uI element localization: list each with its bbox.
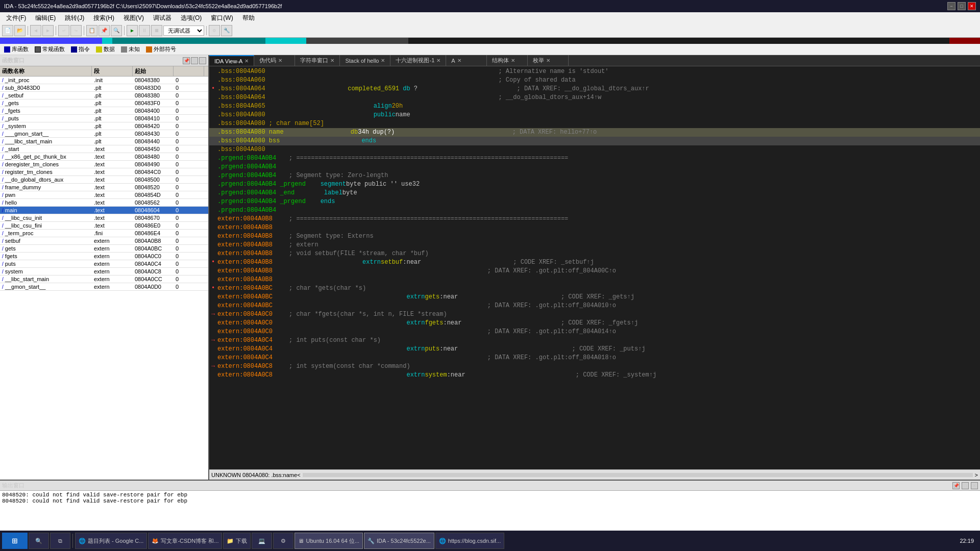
scroll-arrow-right[interactable]: > <box>975 472 978 478</box>
taskbar-item-vs[interactable]: ⚙ <box>273 533 293 549</box>
tab-hexview-close[interactable]: ✕ <box>436 58 440 63</box>
taskbar-item-google[interactable]: 🌐 题目列表 - Google C... <box>75 533 147 549</box>
tb-copy[interactable]: 📋 <box>86 25 97 36</box>
nav-segment-3[interactable] <box>112 38 265 44</box>
taskbar-item-ubuntu[interactable]: 🖥 Ubuntu 16.04 64 位... <box>295 533 363 549</box>
tab-stack-close[interactable]: ✕ <box>381 58 385 63</box>
taskbar-item-ida[interactable]: 🔧 IDA - 53c24fc5522e... <box>364 533 434 549</box>
menu-file[interactable]: 文件(F) <box>2 13 30 23</box>
function-row[interactable]: / register_tm_clones .text 080484C0 0 <box>0 168 208 176</box>
tb-pause[interactable]: ⏸ <box>139 25 150 36</box>
nav-segment-1[interactable] <box>0 38 102 44</box>
tab-a[interactable]: A ✕ <box>446 55 487 66</box>
function-row[interactable]: / gets extern 0804A0BC 0 <box>0 245 208 253</box>
minimize-button[interactable]: − <box>947 2 955 10</box>
scroll-bar[interactable] <box>303 473 973 477</box>
function-row[interactable]: / __x86_get_pc_thunk_bx .text 08048480 0 <box>0 153 208 161</box>
panel-float-button[interactable]: □ <box>191 57 198 64</box>
function-row[interactable]: / sub_80483D0 .plt 080483D0 0 <box>0 84 208 92</box>
nav-segment-2[interactable] <box>102 38 112 44</box>
function-row[interactable]: / pwn .text 0804854D 0 <box>0 191 208 199</box>
panel-close-button[interactable]: ✕ <box>199 57 206 64</box>
tb-find[interactable]: 🔍 <box>111 25 122 36</box>
nav-segment-end[interactable] <box>949 38 980 44</box>
maximize-button[interactable]: □ <box>958 2 966 10</box>
start-button[interactable]: ⊞ <box>2 533 28 549</box>
close-button[interactable]: ✕ <box>968 2 976 10</box>
function-row[interactable]: / __libc_csu_init .text 08048670 0 <box>0 214 208 222</box>
tab-ida-view-close[interactable]: ✕ <box>244 58 249 64</box>
tab-enum[interactable]: 枚举 ✕ <box>528 55 569 66</box>
taskbar-item-vm[interactable]: 💻 <box>252 533 272 549</box>
menu-options[interactable]: 选项(O) <box>177 13 206 23</box>
output-pin-button[interactable]: 📌 <box>952 482 960 489</box>
tab-struct[interactable]: 结构体 ✕ <box>487 55 528 66</box>
function-row[interactable]: / _setbuf .plt 08048380 0 <box>0 92 208 99</box>
function-row[interactable]: / _init_proc .init 08048380 0 <box>0 77 208 84</box>
function-row[interactable]: / __libc_start_main extern 0804A0CC 0 <box>0 276 208 283</box>
tb-run[interactable]: ▶ <box>127 25 138 36</box>
tb-back[interactable]: ◀ <box>30 25 41 36</box>
taskbar-item-firefox[interactable]: 🦊 写文章-CSDN博客 和... <box>148 533 222 549</box>
function-row[interactable]: / main .text 08048604 0 <box>0 207 208 214</box>
functions-list[interactable]: / _init_proc .init 08048380 0 / sub_8048… <box>0 77 208 480</box>
menu-debugger[interactable]: 调试器 <box>149 13 176 23</box>
scroll-arrow[interactable]: < <box>297 472 300 478</box>
nav-segment-4[interactable] <box>265 38 306 44</box>
menu-help[interactable]: 帮助 <box>238 13 259 23</box>
menu-window[interactable]: 窗口(W) <box>207 13 237 23</box>
function-row[interactable]: / system extern 0804A0C8 0 <box>0 268 208 276</box>
debugger-select[interactable]: 无调试器 <box>163 26 204 36</box>
nav-segment-rest[interactable] <box>408 38 949 44</box>
menu-edit[interactable]: 编辑(E) <box>31 13 60 23</box>
taskbar-item-download[interactable]: 📁 下载 <box>223 533 251 549</box>
tab-struct-close[interactable]: ✕ <box>511 58 515 63</box>
tb-open[interactable]: 📂 <box>14 25 26 36</box>
tab-enum-close[interactable]: ✕ <box>546 58 550 63</box>
tab-strings-close[interactable]: ✕ <box>330 58 334 63</box>
taskbar-search[interactable]: 🔍 <box>29 533 49 549</box>
tb-forward[interactable]: ▶ <box>42 25 54 36</box>
navigation-strip[interactable] <box>0 38 980 44</box>
function-row[interactable]: / hello .text 08048562 0 <box>0 199 208 207</box>
tab-a-close[interactable]: ✕ <box>457 58 461 63</box>
function-row[interactable]: / __libc_csu_fini .text 080486E0 0 <box>0 222 208 230</box>
tb-undo[interactable]: ↩ <box>58 25 69 36</box>
function-row[interactable]: / frame_dummy .text 08048520 0 <box>0 184 208 191</box>
function-row[interactable]: / _system .plt 08048420 0 <box>0 122 208 130</box>
function-row[interactable]: / _term_proc .fini 080486E4 0 <box>0 230 208 237</box>
tab-pseudocode[interactable]: 伪代码 ✕ <box>254 55 295 66</box>
function-row[interactable]: / puts extern 0804A0C4 0 <box>0 260 208 268</box>
tb-extra[interactable]: 🔧 <box>221 25 232 36</box>
panel-pin-button[interactable]: 📌 <box>183 57 190 64</box>
function-row[interactable]: / fgets extern 0804A0C0 0 <box>0 253 208 260</box>
tab-hexview[interactable]: 十六进制视图-1 ✕ <box>390 55 446 66</box>
output-float-button[interactable]: □ <box>962 482 969 489</box>
code-view[interactable]: .bss:0804A060 ; Alternative name is 'std… <box>209 66 980 469</box>
function-row[interactable]: / _start .text 08048450 0 <box>0 145 208 153</box>
taskbar-item-browser[interactable]: 🌐 https://blog.csdn.sif... <box>435 533 504 549</box>
tab-pseudocode-close[interactable]: ✕ <box>278 58 282 63</box>
function-row[interactable]: / setbuf extern 0804A0B8 0 <box>0 237 208 245</box>
tb-paste[interactable]: 📌 <box>99 25 110 36</box>
function-row[interactable]: / __do_global_dtors_aux .text 08048500 0 <box>0 176 208 184</box>
tb-step[interactable]: ⚙ <box>209 25 220 36</box>
menu-jump[interactable]: 跳转(J) <box>61 13 88 23</box>
function-row[interactable]: / _gets .plt 080483F0 0 <box>0 99 208 107</box>
function-row[interactable]: / __gmon_start__ extern 0804A0D0 0 <box>0 283 208 291</box>
taskbar-task-view[interactable]: ⧉ <box>50 533 70 549</box>
tab-stack[interactable]: Stack of hello ✕ <box>340 55 390 66</box>
tb-new[interactable]: 📄 <box>2 25 13 36</box>
menu-view[interactable]: 视图(V) <box>119 13 148 23</box>
function-row[interactable]: / ___gmon_start__ .plt 08048430 0 <box>0 130 208 138</box>
output-close-button[interactable]: ✕ <box>971 482 978 489</box>
tab-strings[interactable]: 字符串窗口 ✕ <box>295 55 340 66</box>
menu-search[interactable]: 搜索(H) <box>89 13 118 23</box>
tab-ida-view[interactable]: IDA View-A ✕ <box>209 55 254 66</box>
function-row[interactable]: / deregister_tm_clones .text 08048490 0 <box>0 161 208 168</box>
tb-redo[interactable]: ↪ <box>70 25 82 36</box>
nav-segment-5[interactable] <box>306 38 408 44</box>
function-row[interactable]: / _puts .plt 08048410 0 <box>0 115 208 122</box>
function-row[interactable]: / _fgets .plt 08048400 0 <box>0 107 208 115</box>
function-row[interactable]: / ___libc_start_main .plt 08048440 0 <box>0 138 208 145</box>
